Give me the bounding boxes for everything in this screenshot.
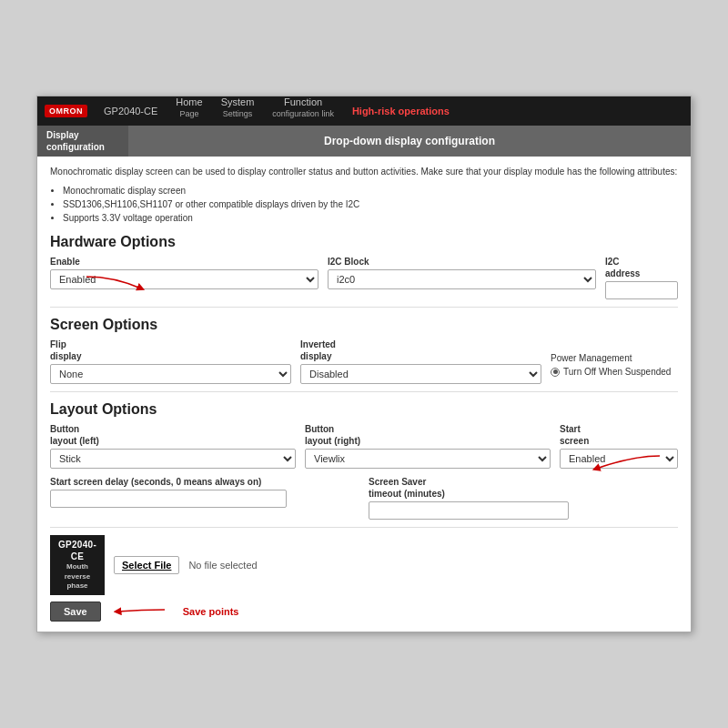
bullet-1: Monochromatic display screen xyxy=(63,184,678,197)
logo-main: GP2040-CE xyxy=(56,539,99,562)
nav-item-high-risk[interactable]: High-risk operations xyxy=(343,96,459,126)
bullet-2: SSD1306,SH1106,SH1107 or other compatibl… xyxy=(63,197,678,211)
i2c-block-group: I2C Block i2c0 i2c1 xyxy=(328,256,596,289)
nav-device: GP2040-CE xyxy=(95,96,167,126)
flip-display-label: Flipdisplay xyxy=(50,339,291,362)
flip-display-select[interactable]: None Horizontal Vertical Both xyxy=(50,364,291,384)
start-screen-label: Startscreen xyxy=(560,423,678,447)
delay-row: Start screen delay (seconds, 0 means alw… xyxy=(50,476,678,520)
power-mgmt-radio[interactable] xyxy=(551,368,560,377)
sub-header: Displayconfiguration Drop-down display c… xyxy=(37,126,691,157)
nav-item-function-label: Function xyxy=(284,96,322,108)
nav-logo: OMRON xyxy=(45,105,87,117)
intro-text: Monochromatic display screen can be used… xyxy=(50,166,678,178)
nav-item-home-sub: Page xyxy=(179,109,198,119)
content-area: Monochromatic display screen can be used… xyxy=(37,157,691,631)
btn-layout-left-label: Buttonlayout (left) xyxy=(50,423,296,447)
layout-options-row: Buttonlayout (left) Stick Viewlix Hitbox… xyxy=(50,423,678,469)
nav-item-home[interactable]: Home Page xyxy=(167,96,211,126)
i2c-block-select[interactable]: i2c0 i2c1 xyxy=(328,269,596,289)
start-screen-delay-group: Start screen delay (seconds, 0 means alw… xyxy=(50,476,359,508)
logo-sub1: Mouth xyxy=(56,562,99,571)
screen-saver-group: Screen Savertimeout (minutes) 0 xyxy=(369,476,678,520)
inverted-display-group: Inverteddisplay Disabled Enabled xyxy=(300,339,541,384)
hardware-options-section: Enable Enabled Disabled I2C Block i2c0 i… xyxy=(50,256,678,299)
layout-options-title: Layout Options xyxy=(50,401,678,418)
file-section: GP2040-CE Mouth reverse phase Select Fil… xyxy=(50,527,678,594)
btn-layout-right-group: Buttonlayout (right) Stick Viewlix Hitbo… xyxy=(305,423,551,469)
sub-header-center: Drop-down display configuration xyxy=(128,126,691,157)
bullet-3: Supports 3.3V voltage operation xyxy=(63,211,678,225)
btn-layout-left-select[interactable]: Stick Viewlix Hitbox xyxy=(50,449,296,469)
hardware-options-row: Enable Enabled Disabled I2C Block i2c0 i… xyxy=(50,256,678,299)
save-row: Save Save points xyxy=(50,601,678,622)
enable-select[interactable]: Enabled Disabled xyxy=(50,269,318,289)
i2c-address-group: I2Caddress 0x3c xyxy=(605,256,678,299)
sub-header-left: Displayconfiguration xyxy=(37,126,128,157)
nav-item-system[interactable]: System Settings xyxy=(212,96,264,126)
start-screen-delay-label: Start screen delay (seconds, 0 means alw… xyxy=(50,476,359,488)
nav-item-function-sub: configuration link xyxy=(272,109,334,119)
btn-layout-left-group: Buttonlayout (left) Stick Viewlix Hitbox xyxy=(50,423,296,469)
nav-item-home-label: Home xyxy=(176,96,202,108)
power-management-row: Turn Off When Suspended xyxy=(551,367,678,377)
flip-display-group: Flipdisplay None Horizontal Vertical Bot… xyxy=(50,339,291,384)
intro-bullets: Monochromatic display screen SSD1306,SH1… xyxy=(63,184,678,225)
nav-item-function[interactable]: Function configuration link xyxy=(263,96,343,126)
i2c-address-label: I2Caddress xyxy=(605,256,678,279)
i2c-address-input[interactable]: 0x3c xyxy=(605,281,678,299)
screen-saver-label: Screen Savertimeout (minutes) xyxy=(369,476,678,500)
layout-options-section: Buttonlayout (left) Stick Viewlix Hitbox… xyxy=(50,423,678,469)
nav-item-system-label: System xyxy=(221,96,255,108)
nav-item-system-sub: Settings xyxy=(223,109,253,119)
save-annotation: Save points xyxy=(183,606,239,617)
start-screen-delay-input[interactable]: 2 xyxy=(50,490,287,508)
power-mgmt-option: Turn Off When Suspended xyxy=(563,367,671,377)
i2c-block-label: I2C Block xyxy=(328,256,596,268)
save-arrow xyxy=(110,601,174,622)
screen-options-title: Screen Options xyxy=(50,317,678,333)
inverted-display-label: Inverteddisplay xyxy=(300,339,541,362)
select-file-button[interactable]: Select File xyxy=(114,556,179,574)
power-management-group: Power Management Turn Off When Suspended xyxy=(551,339,678,377)
start-screen-select[interactable]: Enabled Disabled xyxy=(560,449,678,469)
hardware-options-title: Hardware Options xyxy=(50,234,678,250)
enable-group: Enable Enabled Disabled xyxy=(50,256,318,289)
save-button[interactable]: Save xyxy=(50,602,101,622)
inverted-display-select[interactable]: Disabled Enabled xyxy=(300,364,541,384)
logo-sub2: reverse phase xyxy=(56,572,99,592)
btn-layout-right-select[interactable]: Stick Viewlix Hitbox xyxy=(305,449,551,469)
btn-layout-right-label: Buttonlayout (right) xyxy=(305,423,551,447)
screen-saver-input[interactable]: 0 xyxy=(369,501,569,520)
power-management-label: Power Management xyxy=(551,353,678,363)
screen-options-row: Flipdisplay None Horizontal Vertical Bot… xyxy=(50,339,678,384)
logo-box: GP2040-CE Mouth reverse phase xyxy=(50,535,105,594)
nav-bar: OMRON GP2040-CE Home Page System Setting… xyxy=(37,96,691,126)
no-file-text: No file selected xyxy=(188,560,257,571)
enable-label: Enable xyxy=(50,256,318,268)
start-screen-group: Startscreen Enabled Disabled xyxy=(560,423,678,469)
